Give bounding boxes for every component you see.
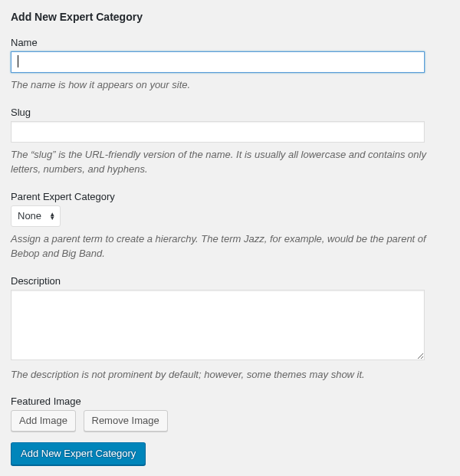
name-label: Name: [11, 37, 449, 48]
add-term-form: Add New Expert Category Name The name is…: [0, 0, 460, 476]
description-help: The description is not prominent by defa…: [11, 367, 448, 382]
slug-description: The “slug” is the URL-friendly version o…: [11, 147, 448, 177]
description-textarea[interactable]: [11, 290, 425, 360]
submit-row: Add New Expert Category: [11, 442, 449, 465]
field-name: Name The name is how it appears on your …: [11, 37, 449, 93]
add-image-button[interactable]: Add Image: [11, 410, 76, 432]
slug-label: Slug: [11, 107, 449, 118]
form-title: Add New Expert Category: [11, 11, 449, 23]
text-caret-icon: [18, 55, 18, 67]
submit-button[interactable]: Add New Expert Category: [11, 442, 146, 465]
field-featured-image: Featured Image Add Image Remove Image: [11, 396, 449, 432]
parent-selected-value: None: [18, 210, 41, 222]
name-input[interactable]: [11, 51, 425, 73]
parent-select[interactable]: None ▲▼: [11, 205, 61, 227]
field-description: Description The description is not promi…: [11, 275, 449, 382]
remove-image-button[interactable]: Remove Image: [84, 410, 168, 432]
field-parent: Parent Expert Category None ▲▼ Assign a …: [11, 191, 449, 261]
parent-label: Parent Expert Category: [11, 191, 449, 202]
parent-description: Assign a parent term to create a hierarc…: [11, 231, 448, 261]
slug-input[interactable]: [11, 121, 425, 143]
featured-image-label: Featured Image: [11, 396, 449, 407]
field-slug: Slug The “slug” is the URL-friendly vers…: [11, 107, 449, 177]
name-description: The name is how it appears on your site.: [11, 77, 448, 93]
select-arrows-icon: ▲▼: [49, 212, 55, 220]
description-label: Description: [11, 275, 449, 287]
